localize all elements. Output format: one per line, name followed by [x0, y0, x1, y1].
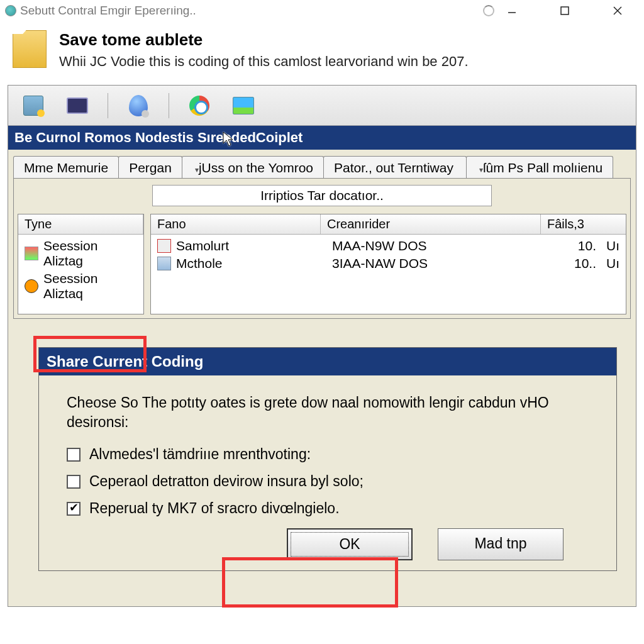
banner-heading: Save tome aublete [59, 30, 469, 50]
maximize-button[interactable] [551, 1, 579, 20]
checkbox-row-1[interactable]: Ceperaol detratton devirow insura byl so… [67, 473, 589, 490]
svg-rect-1 [561, 7, 569, 14]
toolbar [8, 86, 636, 126]
main-panel: Be Curnol Romos Nodestis SıreededCoiplet… [8, 85, 636, 607]
ok-button[interactable]: OK [287, 528, 413, 560]
toolbar-separator [169, 93, 169, 118]
col-header[interactable]: Fano [151, 214, 321, 234]
mad-tnp-button[interactable]: Mad tnp [438, 528, 564, 560]
col-header[interactable]: Tyne [18, 214, 143, 234]
tab-1[interactable]: Pergan [118, 156, 182, 178]
item-icon [157, 239, 171, 253]
tool-picture-icon[interactable] [230, 92, 257, 119]
minimize-button[interactable] [498, 1, 526, 20]
tool-doc-icon[interactable] [19, 92, 47, 119]
checkbox-icon[interactable] [67, 502, 80, 516]
tool-shield-icon[interactable] [125, 92, 152, 119]
session-icon [25, 279, 38, 293]
checkbox-row-2[interactable]: Reperual ty MK7 of sracro divœlngielo. [67, 500, 589, 517]
tool-browser-icon[interactable] [186, 92, 213, 119]
checkbox-icon[interactable] [67, 448, 80, 462]
tab-2[interactable]: ▾jUss on the Yomroo [182, 156, 324, 178]
content-area: Irriptios Tar docatıor.. Tyne Seession A… [13, 178, 631, 319]
checkbox-icon[interactable] [67, 475, 80, 489]
subheader[interactable]: Irriptios Tar docatıor.. [152, 185, 492, 206]
tabs-row: Mme Memurie Pergan ▾jUss on the Yomroo P… [8, 150, 636, 178]
right-list: Fano Creanırider Fâils,3 Samolurt MAA-N9… [150, 214, 626, 314]
close-button[interactable] [604, 1, 631, 20]
list-item[interactable]: Seession Aliztag [21, 237, 141, 270]
col-header[interactable]: Creanırider [321, 214, 541, 234]
section-bar: Be Curnol Romos Nodestis SıreededCoiplet [8, 126, 636, 150]
toolbar-separator [108, 93, 108, 118]
titlebar: Sebutt Contral Emgir Epererıing.. [0, 0, 644, 21]
tab-4[interactable]: ▾ſûm Ps Pall molıienu [466, 156, 613, 178]
folder-icon [13, 30, 47, 68]
table-row[interactable]: Mcthole 3IAA-NAW DOS 10.. Uı [153, 255, 623, 272]
left-list: Tyne Seession Aliztag Seession Aliztaq [18, 214, 144, 314]
dialog-title: Share Current Coding [39, 348, 616, 375]
session-icon [25, 247, 38, 260]
info-banner: Save tome aublete Whii JC Vodie this is … [0, 21, 644, 85]
loading-icon [483, 5, 494, 16]
item-icon [157, 257, 171, 270]
app-icon [5, 5, 16, 16]
tab-0[interactable]: Mme Memurie [13, 156, 119, 178]
dialog-text: Cheose So The potıty oates is grete dow … [67, 393, 589, 432]
table-row[interactable]: Samolurt MAA-N9W DOS 10. Uı [153, 237, 623, 255]
col-header[interactable]: Fâils,3 [541, 214, 626, 234]
tool-monitor-icon[interactable] [64, 92, 91, 119]
banner-subtext: Whii JC Vodie this is coding of this cam… [59, 53, 469, 70]
share-dialog: Share Current Coding Cheose So The potıt… [38, 347, 617, 571]
checkbox-row-0[interactable]: Alvmedes'l tämdriııe mrenthvoting: [67, 446, 589, 463]
tab-3[interactable]: Pator., out Terntiway [323, 156, 467, 178]
window-title: Sebutt Contral Emgir Epererıing.. [20, 4, 479, 18]
list-item[interactable]: Seession Aliztaq [21, 270, 141, 303]
